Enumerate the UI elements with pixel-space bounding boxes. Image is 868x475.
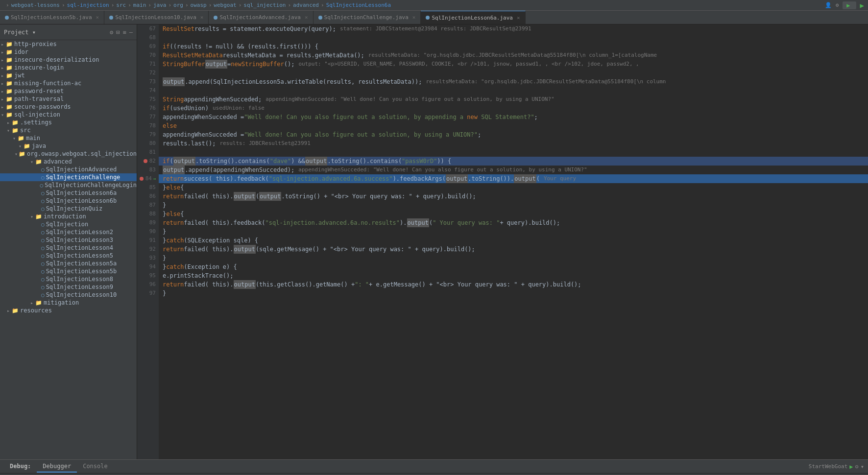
tree-insecure-login[interactable]: ▸ 📁 insecure-login	[0, 64, 137, 71]
bc-sql-injection2[interactable]: sql_injection	[243, 2, 286, 8]
tab-sqlinjectionchallenge[interactable]: SqlInjectionChallenge.java ×	[313, 11, 421, 24]
tree-advanced[interactable]: ▾ 📁 advanced	[0, 158, 137, 166]
bc-owasp[interactable]: owasp	[191, 2, 207, 8]
current-line-arrow: →	[153, 174, 156, 183]
tree-main[interactable]: ▾ 📁 main	[0, 134, 137, 142]
bc-class[interactable]: SqlInjectionLesson6a	[326, 2, 391, 8]
sidebar-layout-icon[interactable]: ⊟	[116, 29, 120, 36]
tree-insecure-deserialization[interactable]: ▸ 📁 insecure-deserialization	[0, 56, 137, 64]
tree-resources[interactable]: ▸ 📁 resources	[0, 307, 137, 314]
tree--settings[interactable]: ▸ 📁 .settings	[0, 119, 137, 126]
tree-sqlinjection[interactable]: ○ SqlInjection	[0, 220, 137, 228]
tree-sqlinjectionlesson4[interactable]: ○ SqlInjectionLesson4	[0, 244, 137, 252]
bc-webgoat-lessons[interactable]: webgoat-lessons	[11, 2, 60, 8]
close-tab-icon[interactable]: ×	[412, 14, 416, 21]
tree-jwt[interactable]: ▸ 📁 jwt	[0, 71, 137, 79]
tree-sqlinjectionlesson3[interactable]: ○ SqlInjectionLesson3	[0, 236, 137, 244]
filter-icon[interactable]: ⊝	[855, 463, 859, 470]
tree-icon: 📁	[6, 112, 13, 118]
sidebar-minimize-icon[interactable]: —	[129, 29, 133, 36]
tree-label: resources	[20, 307, 52, 314]
code-line-72	[159, 69, 868, 77]
code-line-96: return failed( this).output(this.getClas…	[159, 280, 868, 289]
tree-path-traversal[interactable]: ▸ 📁 path-traversal	[0, 95, 137, 103]
bc-advanced[interactable]: advanced	[293, 2, 319, 8]
tree-src[interactable]: ▾ 📁 src	[0, 126, 137, 134]
gutter-line-75: 75	[137, 95, 156, 104]
tree-icon: 📁	[35, 300, 42, 306]
debug-panel: Debug: Debugger Console StartWebGoat ▶ ⊝…	[0, 459, 868, 475]
tree-secure-passwords[interactable]: ▸ 📁 secure-passwords	[0, 103, 137, 111]
gutter-line-85: 85	[137, 183, 156, 192]
bc-src[interactable]: src	[116, 2, 126, 8]
top-right-controls: 👤 ⚙ ▶ ▶	[825, 1, 864, 9]
tree-sqlinjectionlesson10[interactable]: ○ SqlInjectionLesson10	[0, 291, 137, 299]
user-icon: 👤	[825, 2, 832, 8]
tree-icon: 📁	[18, 135, 24, 142]
tree-mitigation[interactable]: ▸ 📁 mitigation	[0, 299, 137, 307]
tab-sqlinjectionlesson5b[interactable]: SqlInjectionLesson5b.java ×	[0, 11, 104, 24]
tab-sqlinjectionlesson6a[interactable]: SqlInjectionLesson6a.java ×	[421, 11, 525, 24]
code-line-91: } catch (SQLException sqle) {	[159, 236, 868, 245]
tree-sqlinjectionlesson8[interactable]: ○ SqlInjectionLesson8	[0, 275, 137, 283]
tree-label: missing-function-ac	[14, 80, 81, 87]
tree-sql-injection[interactable]: ▾ 📁 sql-injection	[0, 111, 137, 119]
tree-sqlinjectionquiz[interactable]: ○ SqlInjectionQuiz	[0, 205, 137, 213]
tree-sqlinjectionchallengelogin[interactable]: ○ SqlInjectionChallengeLogin	[0, 181, 137, 189]
tree-label: main	[26, 135, 40, 142]
filter-down-icon[interactable]: ▾	[861, 463, 864, 470]
tree-label: SqlInjectionLesson9	[46, 284, 113, 290]
close-tab-icon[interactable]: ×	[517, 15, 520, 21]
tree-arrow: ▸	[6, 120, 11, 125]
bc-webgoat[interactable]: webgoat	[214, 2, 236, 8]
tree-sqlinjectionadvanced[interactable]: ○ SqlInjectionAdvanced	[0, 166, 137, 173]
code-editor: 676869707172737475767778798081828384→858…	[137, 24, 868, 459]
code-lines[interactable]: ResultSet results = statement.executeQue…	[159, 24, 868, 459]
bc-org[interactable]: org	[173, 2, 183, 8]
close-tab-icon[interactable]: ×	[96, 14, 99, 21]
tree-org-owasp-webgoat-sql-injection[interactable]: ▾ 📁 org.owasp.webgoat.sql_injection	[0, 150, 137, 158]
tree-icon: 📁	[6, 65, 13, 71]
tree-arrow: ▾	[12, 136, 17, 141]
tree-label: .settings	[20, 119, 52, 126]
run-icon2[interactable]: ▶	[860, 1, 864, 9]
console-tab[interactable]: Console	[77, 461, 114, 473]
gutter-line-82: 82	[137, 157, 156, 166]
close-tab-icon[interactable]: ×	[305, 14, 308, 21]
tree-sqlinjectionlesson5b[interactable]: ○ SqlInjectionLesson5b	[0, 267, 137, 275]
tree-sqlinjectionlesson5[interactable]: ○ SqlInjectionLesson5	[0, 252, 137, 260]
tree-password-reset[interactable]: ▸ 📁 password-reset	[0, 87, 137, 95]
sidebar-settings-icon[interactable]: ⚙	[110, 29, 113, 36]
tree-label: secure-passwords	[14, 103, 71, 110]
tree-sqlinjectionlesson6a[interactable]: ○ SqlInjectionLesson6a	[0, 189, 137, 197]
tree-label: SqlInjectionLesson6a	[46, 190, 117, 196]
tab-sqlinjectionadvanced[interactable]: SqlInjectionAdvanced.java ×	[209, 11, 313, 24]
tree-java[interactable]: ▾ 📁 java	[0, 142, 137, 150]
sidebar-title: Project ▾	[4, 29, 36, 36]
tab-sqlinjectionlesson10[interactable]: SqlInjectionLesson10.java ×	[104, 11, 209, 24]
tree-http-proxies[interactable]: ▸ 📁 http-proxies	[0, 40, 137, 48]
tree-introduction[interactable]: ▾ 📁 introduction	[0, 213, 137, 220]
sidebar-collapse-icon[interactable]: ≡	[123, 29, 126, 36]
tree-label: SqlInjectionLesson8	[46, 276, 113, 283]
debugger-tab[interactable]: Debugger	[37, 461, 77, 473]
tree-sqlinjectionlesson5a[interactable]: ○ SqlInjectionLesson5a	[0, 260, 137, 267]
gutter-line-69: 69	[137, 42, 156, 51]
bc-main[interactable]: main	[133, 2, 146, 8]
run-debug-icon[interactable]: ▶	[849, 463, 853, 470]
bc-sql-injection[interactable]: sql-injection	[67, 2, 109, 8]
tree-sqlinjectionchallenge[interactable]: ○ SqlInjectionChallenge	[0, 173, 137, 181]
close-tab-icon[interactable]: ×	[200, 14, 204, 21]
code-line-89: return failed( this).feedback( "sql-inje…	[159, 218, 868, 227]
tree-label: advanced	[44, 158, 72, 165]
tree-sqlinjectionlesson2[interactable]: ○ SqlInjectionLesson2	[0, 228, 137, 236]
settings-icon[interactable]: ⚙	[836, 2, 839, 8]
tree-idor[interactable]: ▸ 📁 idor	[0, 48, 137, 56]
tree-sqlinjectionlesson6b[interactable]: ○ SqlInjectionLesson6b	[0, 197, 137, 205]
tree-sqlinjectionlesson9[interactable]: ○ SqlInjectionLesson9	[0, 283, 137, 291]
gutter-line-95: 95	[137, 271, 156, 280]
tree-label: jwt	[14, 72, 25, 79]
bc-java[interactable]: java	[153, 2, 167, 8]
tree-missing-function-ac[interactable]: ▸ 📁 missing-function-ac	[0, 79, 137, 87]
start-webgoat-button[interactable]: ▶	[843, 1, 856, 9]
